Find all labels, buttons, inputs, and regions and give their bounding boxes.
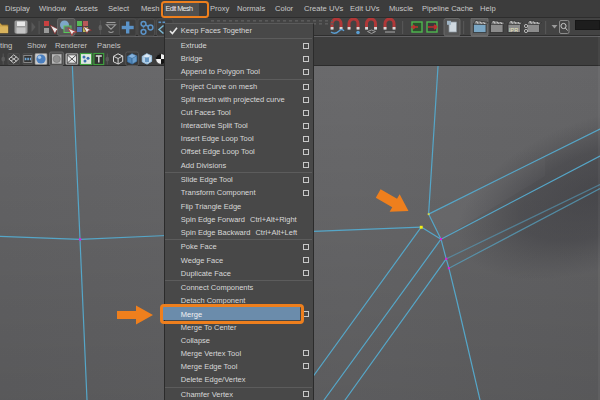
svg-text:IPR: IPR xyxy=(509,27,518,33)
